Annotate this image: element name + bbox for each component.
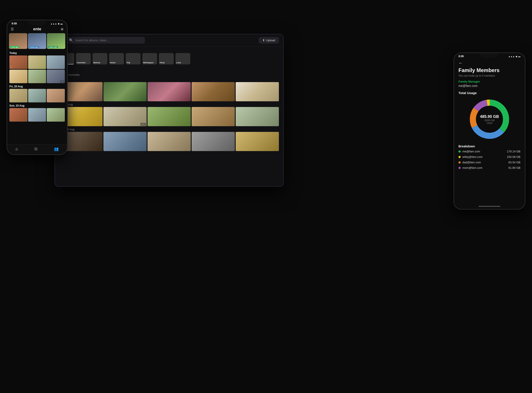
status-icons-right: ▲▲▲ ◈ ▬	[508, 55, 520, 58]
add-photo-icon[interactable]: ⊕	[61, 27, 63, 31]
upload-icon: ⬆	[262, 39, 265, 42]
video-duration-1: 0:57	[140, 123, 146, 126]
email-dad: dad@fam.com	[462, 161, 481, 164]
phone-grid-sun: ♡	[9, 108, 65, 122]
donut-center: 485.90 GB /2000 GB Used	[480, 114, 499, 124]
phone-left-header: ☰ ente ⊕	[7, 26, 67, 33]
size-dad: 83.54 GB	[508, 161, 520, 164]
memory-3[interactable]: 3 years ago	[47, 33, 65, 49]
laptop-photo-13[interactable]	[148, 132, 191, 151]
album-favorites[interactable]: Favorites	[76, 53, 91, 64]
upload-button[interactable]: ⬆ Upload	[259, 37, 279, 44]
phone-photo-12[interactable]	[47, 108, 65, 122]
donut-total: /2000 GB	[480, 119, 499, 122]
album-monica[interactable]: Monica	[92, 53, 107, 64]
album-love[interactable]: Love	[175, 53, 190, 64]
photo-grid-today	[59, 82, 279, 101]
family-subtitle: You can invite up to 5 members	[459, 74, 520, 77]
breakdown-left-dad: dad@fam.com	[459, 161, 481, 164]
bottom-nav: ⌂ ⊞ 👥	[7, 144, 67, 154]
memories-row: 1 year ago 2 years ago 3 years ago	[7, 33, 67, 51]
signal-icon-right: ▲▲▲	[508, 55, 515, 58]
breakdown-mom: mom@fam.com 61.80 GB	[459, 166, 520, 169]
upload-label: Upload	[266, 39, 275, 42]
all-count: 37,109 memories	[59, 73, 279, 76]
phone-photo-11[interactable]: ♡	[28, 108, 46, 122]
phone-grid-fri	[9, 89, 65, 102]
phone-grid-today: ♡ 0:57	[9, 55, 65, 83]
email-me: me@fam.com	[462, 150, 480, 153]
laptop-main: All 37,109 memories Today Fri , 20 Aug 0…	[55, 66, 283, 186]
nav-home[interactable]: ⌂	[15, 147, 18, 151]
phone-date-fri: Fri, 20 Aug	[9, 85, 65, 88]
phone-notch-right	[481, 53, 498, 58]
album-party[interactable]: Party	[159, 53, 174, 64]
laptop-photo-9[interactable]	[192, 107, 235, 126]
laptop-photo-12[interactable]	[103, 132, 147, 151]
donut-chart: 485.90 GB /2000 GB Used	[468, 97, 511, 141]
signal-icon: ▲▲▲	[50, 23, 57, 25]
laptop-photo-10[interactable]	[236, 107, 279, 126]
photo-grid-sun	[59, 132, 279, 151]
nav-people[interactable]: 👥	[54, 147, 59, 151]
time-right: 9:09	[459, 55, 464, 58]
search-icon: 🔍	[69, 38, 73, 42]
albums-label: Albums	[59, 49, 279, 51]
albums-section: Albums All Favorites Monica Home	[55, 46, 283, 66]
phone-photo-1[interactable]: ♡	[9, 55, 28, 69]
phone-photo-10[interactable]	[9, 108, 28, 122]
phone-right: 9:09 ▲▲▲ ◈ ▬ ← Family Members You can in…	[454, 52, 525, 210]
phone-section-fri: Fri, 20 Aug	[7, 84, 67, 103]
phone-photo-7[interactable]	[9, 89, 28, 102]
memory-label-2: 2 years ago	[29, 46, 39, 48]
phone-photo-8[interactable]	[28, 89, 46, 102]
size-mom: 61.80 GB	[508, 166, 520, 169]
email-wifey: wifey@fam.com	[462, 155, 483, 158]
laptop-photo-8[interactable]	[148, 107, 191, 126]
laptop-screen: ☰ 🔍 ⬆ Upload Albums All Favorites	[55, 34, 283, 186]
phone-photo-4[interactable]	[9, 70, 28, 83]
laptop-photo-2[interactable]	[103, 82, 147, 101]
breakdown-left-mom: mom@fam.com	[459, 166, 483, 169]
laptop-photo-7[interactable]: 0:57	[103, 107, 147, 126]
laptop-photo-5[interactable]	[236, 82, 279, 101]
home-indicator	[479, 206, 500, 207]
donut-used: Used	[480, 122, 499, 124]
album-workspace-name: Workspace	[143, 62, 154, 64]
laptop-photo-15[interactable]	[236, 132, 279, 151]
phone-photo-3[interactable]	[47, 55, 65, 69]
laptop-photo-14[interactable]	[192, 132, 235, 151]
breakdown-wifey: wifey@fam.com 150.08 GB	[459, 155, 520, 158]
laptop: ☰ 🔍 ⬆ Upload Albums All Favorites	[54, 34, 284, 187]
phone-left: 9:09 ▲▲▲ ◈ ▬ ☰ ente ⊕ 1 year ago 2 years…	[7, 20, 68, 155]
laptop-search[interactable]: 🔍	[66, 37, 145, 44]
phone-photo-5[interactable]	[28, 70, 46, 83]
menu-icon-left[interactable]: ☰	[11, 27, 14, 31]
phone-right-screen: 9:09 ▲▲▲ ◈ ▬ ← Family Members You can in…	[454, 53, 525, 209]
size-wifey: 150.08 GB	[507, 155, 520, 158]
album-home[interactable]: Home	[109, 53, 124, 64]
phone-photo-9[interactable]	[47, 89, 65, 102]
back-button[interactable]: ←	[459, 59, 520, 67]
dot-me	[459, 150, 461, 153]
phone-photo-2[interactable]	[28, 55, 46, 69]
phone-date-today: Today	[9, 52, 65, 54]
email-mom: mom@fam.com	[462, 166, 483, 169]
album-trip[interactable]: Trip	[126, 53, 140, 64]
battery-icon: ▬	[60, 23, 63, 25]
album-workspace[interactable]: Workspace	[142, 53, 157, 64]
album-monica-name: Monica	[93, 62, 100, 64]
album-trip-name: Trip	[126, 62, 130, 64]
album-fav-name: Favorites	[77, 62, 86, 64]
memory-2[interactable]: 2 years ago	[28, 33, 46, 49]
breakdown-left-me: me@fam.com	[459, 150, 480, 153]
search-input[interactable]	[75, 39, 142, 42]
all-title: All	[59, 68, 279, 73]
laptop-photo-3[interactable]	[148, 82, 191, 101]
date-sun: Sun , 15 Aug	[59, 128, 279, 131]
phone-photo-6[interactable]: 0:57	[47, 70, 65, 83]
memory-1[interactable]: 1 year ago	[9, 33, 27, 49]
wifi-icon-right: ◈	[516, 55, 517, 58]
nav-gallery[interactable]: ⊞	[34, 147, 38, 151]
laptop-photo-4[interactable]	[192, 82, 235, 101]
